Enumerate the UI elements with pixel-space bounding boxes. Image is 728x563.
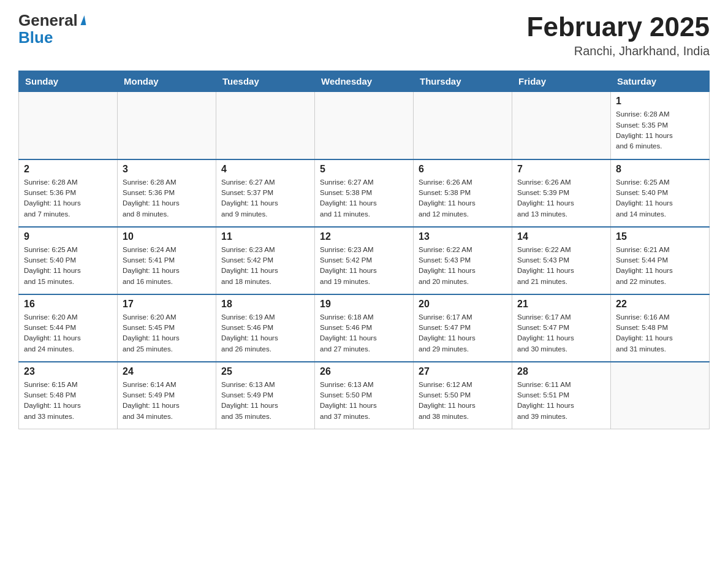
calendar-cell: 26Sunrise: 6:13 AM Sunset: 5:50 PM Dayli…	[315, 362, 414, 429]
day-info: Sunrise: 6:11 AM Sunset: 5:51 PM Dayligh…	[517, 380, 605, 422]
month-year-heading: February 2025	[527, 12, 710, 42]
day-number: 26	[320, 366, 408, 377]
day-number: 13	[419, 231, 507, 242]
day-info: Sunrise: 6:28 AM Sunset: 5:35 PM Dayligh…	[616, 109, 704, 151]
calendar-cell	[414, 92, 512, 159]
calendar-cell: 6Sunrise: 6:26 AM Sunset: 5:38 PM Daylig…	[414, 159, 512, 227]
calendar-cell: 21Sunrise: 6:17 AM Sunset: 5:47 PM Dayli…	[512, 294, 611, 362]
calendar-week-row: 2Sunrise: 6:28 AM Sunset: 5:36 PM Daylig…	[19, 159, 710, 227]
calendar-cell: 7Sunrise: 6:26 AM Sunset: 5:39 PM Daylig…	[512, 159, 611, 227]
day-info: Sunrise: 6:16 AM Sunset: 5:48 PM Dayligh…	[616, 312, 704, 354]
day-info: Sunrise: 6:20 AM Sunset: 5:44 PM Dayligh…	[24, 312, 112, 354]
day-number: 5	[320, 164, 408, 175]
day-number: 16	[24, 299, 112, 310]
day-number: 1	[616, 96, 704, 107]
day-info: Sunrise: 6:28 AM Sunset: 5:36 PM Dayligh…	[123, 177, 211, 220]
day-info: Sunrise: 6:22 AM Sunset: 5:43 PM Dayligh…	[517, 245, 605, 287]
calendar-cell: 28Sunrise: 6:11 AM Sunset: 5:51 PM Dayli…	[512, 362, 611, 429]
calendar-week-row: 23Sunrise: 6:15 AM Sunset: 5:48 PM Dayli…	[19, 362, 710, 429]
calendar-table: SundayMondayTuesdayWednesdayThursdayFrid…	[18, 71, 710, 429]
day-info: Sunrise: 6:17 AM Sunset: 5:47 PM Dayligh…	[419, 312, 507, 354]
calendar-cell: 19Sunrise: 6:18 AM Sunset: 5:46 PM Dayli…	[315, 294, 414, 362]
day-number: 10	[123, 231, 211, 242]
day-number: 22	[616, 299, 704, 310]
day-number: 19	[320, 299, 408, 310]
day-info: Sunrise: 6:17 AM Sunset: 5:47 PM Dayligh…	[517, 312, 605, 354]
day-of-week-header: Wednesday	[315, 71, 414, 92]
day-info: Sunrise: 6:14 AM Sunset: 5:49 PM Dayligh…	[123, 380, 211, 422]
day-number: 15	[616, 231, 704, 242]
day-number: 17	[123, 299, 211, 310]
day-info: Sunrise: 6:25 AM Sunset: 5:40 PM Dayligh…	[24, 245, 112, 287]
logo: General Blue	[18, 12, 85, 47]
day-info: Sunrise: 6:23 AM Sunset: 5:42 PM Dayligh…	[221, 245, 309, 287]
calendar-cell: 25Sunrise: 6:13 AM Sunset: 5:49 PM Dayli…	[216, 362, 315, 429]
calendar-cell: 10Sunrise: 6:24 AM Sunset: 5:41 PM Dayli…	[118, 227, 216, 294]
calendar-cell: 18Sunrise: 6:19 AM Sunset: 5:46 PM Dayli…	[216, 294, 315, 362]
day-number: 2	[24, 164, 112, 175]
calendar-cell: 12Sunrise: 6:23 AM Sunset: 5:42 PM Dayli…	[315, 227, 414, 294]
calendar-cell: 13Sunrise: 6:22 AM Sunset: 5:43 PM Dayli…	[414, 227, 512, 294]
calendar-cell	[19, 92, 118, 159]
calendar-cell: 27Sunrise: 6:12 AM Sunset: 5:50 PM Dayli…	[414, 362, 512, 429]
calendar-cell: 23Sunrise: 6:15 AM Sunset: 5:48 PM Dayli…	[19, 362, 118, 429]
logo-general-text: General	[18, 12, 78, 28]
day-number: 6	[419, 164, 507, 175]
calendar-cell: 16Sunrise: 6:20 AM Sunset: 5:44 PM Dayli…	[19, 294, 118, 362]
day-number: 25	[221, 366, 309, 377]
day-info: Sunrise: 6:15 AM Sunset: 5:48 PM Dayligh…	[24, 380, 112, 422]
calendar-cell: 24Sunrise: 6:14 AM Sunset: 5:49 PM Dayli…	[118, 362, 216, 429]
calendar-week-row: 9Sunrise: 6:25 AM Sunset: 5:40 PM Daylig…	[19, 227, 710, 294]
calendar-cell	[315, 92, 414, 159]
day-number: 4	[221, 164, 309, 175]
logo-blue-text: Blue	[18, 28, 53, 47]
calendar-cell: 9Sunrise: 6:25 AM Sunset: 5:40 PM Daylig…	[19, 227, 118, 294]
day-info: Sunrise: 6:26 AM Sunset: 5:39 PM Dayligh…	[517, 177, 605, 220]
day-number: 18	[221, 299, 309, 310]
page-header: General Blue February 2025 Ranchi, Jhark…	[18, 12, 710, 58]
calendar-cell: 11Sunrise: 6:23 AM Sunset: 5:42 PM Dayli…	[216, 227, 315, 294]
day-of-week-header: Monday	[118, 71, 216, 92]
day-number: 20	[419, 299, 507, 310]
day-number: 21	[517, 299, 605, 310]
day-number: 23	[24, 366, 112, 377]
day-info: Sunrise: 6:19 AM Sunset: 5:46 PM Dayligh…	[221, 312, 309, 354]
day-info: Sunrise: 6:26 AM Sunset: 5:38 PM Dayligh…	[419, 177, 507, 220]
calendar-cell	[512, 92, 611, 159]
calendar-cell: 8Sunrise: 6:25 AM Sunset: 5:40 PM Daylig…	[611, 159, 710, 227]
calendar-week-row: 16Sunrise: 6:20 AM Sunset: 5:44 PM Dayli…	[19, 294, 710, 362]
day-of-week-header: Saturday	[611, 71, 710, 92]
day-number: 14	[517, 231, 605, 242]
calendar-cell: 17Sunrise: 6:20 AM Sunset: 5:45 PM Dayli…	[118, 294, 216, 362]
calendar-cell	[611, 362, 710, 429]
day-info: Sunrise: 6:23 AM Sunset: 5:42 PM Dayligh…	[320, 245, 408, 287]
day-info: Sunrise: 6:18 AM Sunset: 5:46 PM Dayligh…	[320, 312, 408, 354]
day-of-week-header: Sunday	[19, 71, 118, 92]
calendar-week-row: 1Sunrise: 6:28 AM Sunset: 5:35 PM Daylig…	[19, 92, 710, 159]
day-number: 27	[419, 366, 507, 377]
calendar-cell: 2Sunrise: 6:28 AM Sunset: 5:36 PM Daylig…	[19, 159, 118, 227]
calendar-cell: 15Sunrise: 6:21 AM Sunset: 5:44 PM Dayli…	[611, 227, 710, 294]
calendar-cell: 3Sunrise: 6:28 AM Sunset: 5:36 PM Daylig…	[118, 159, 216, 227]
day-of-week-header: Tuesday	[216, 71, 315, 92]
day-number: 28	[517, 366, 605, 377]
day-info: Sunrise: 6:13 AM Sunset: 5:50 PM Dayligh…	[320, 380, 408, 422]
day-number: 8	[616, 164, 704, 175]
day-number: 12	[320, 231, 408, 242]
location-text: Ranchi, Jharkhand, India	[527, 44, 710, 58]
logo-triangle-icon	[78, 15, 86, 25]
day-number: 24	[123, 366, 211, 377]
day-of-week-header: Friday	[512, 71, 611, 92]
day-info: Sunrise: 6:21 AM Sunset: 5:44 PM Dayligh…	[616, 245, 704, 287]
day-info: Sunrise: 6:27 AM Sunset: 5:38 PM Dayligh…	[320, 177, 408, 220]
day-of-week-header: Thursday	[414, 71, 512, 92]
day-info: Sunrise: 6:27 AM Sunset: 5:37 PM Dayligh…	[221, 177, 309, 220]
calendar-cell: 22Sunrise: 6:16 AM Sunset: 5:48 PM Dayli…	[611, 294, 710, 362]
calendar-cell	[118, 92, 216, 159]
calendar-header-row: SundayMondayTuesdayWednesdayThursdayFrid…	[19, 71, 710, 92]
day-info: Sunrise: 6:28 AM Sunset: 5:36 PM Dayligh…	[24, 177, 112, 220]
calendar-cell: 1Sunrise: 6:28 AM Sunset: 5:35 PM Daylig…	[611, 92, 710, 159]
calendar-cell	[216, 92, 315, 159]
title-block: February 2025 Ranchi, Jharkhand, India	[527, 12, 710, 58]
calendar-cell: 5Sunrise: 6:27 AM Sunset: 5:38 PM Daylig…	[315, 159, 414, 227]
